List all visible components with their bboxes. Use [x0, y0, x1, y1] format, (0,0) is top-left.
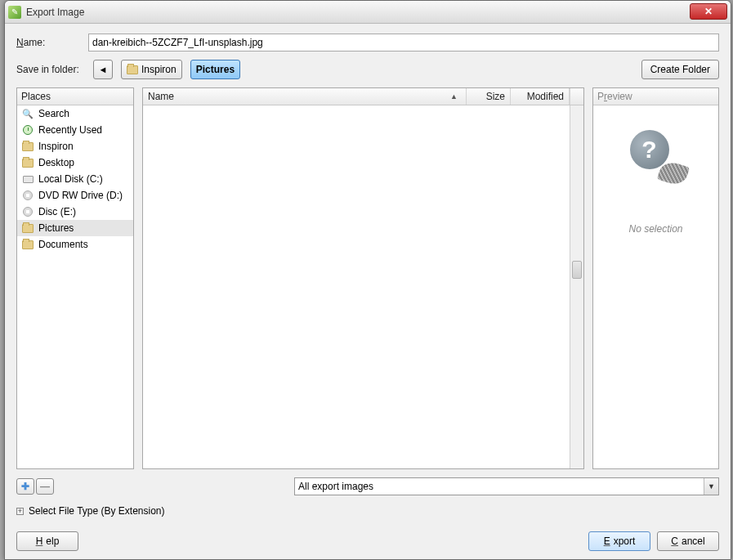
save-in-label: Save in folder:	[16, 64, 85, 75]
filename-input[interactable]	[88, 34, 719, 52]
place-desktop[interactable]: Desktop	[17, 155, 133, 171]
preview-header: Preview	[593, 88, 718, 105]
file-filter-dropdown[interactable]: All export images ▼	[294, 477, 719, 495]
client-area: Name: Save in folder: ◄ Inspiron Picture…	[5, 24, 731, 559]
breadcrumb-inspiron[interactable]: Inspiron	[121, 60, 182, 79]
file-type-label[interactable]: Select File Type (By Extension)	[29, 505, 165, 517]
disc-icon	[22, 207, 34, 217]
add-remove-bookmark: ✚ —	[16, 478, 54, 495]
sort-ascending-icon: ▲	[450, 92, 458, 101]
places-list[interactable]: 🔍 Search Recently Used Inspiron Desktop	[17, 105, 133, 468]
breadcrumb-pictures[interactable]: Pictures	[190, 60, 240, 79]
close-button[interactable]: ✕	[690, 3, 727, 20]
create-folder-button[interactable]: Create Folder	[641, 60, 719, 79]
file-list-panel: Name ▲ Size Modified	[142, 87, 584, 469]
chevron-left-icon: ◄	[99, 65, 108, 74]
column-size[interactable]: Size	[467, 88, 511, 105]
question-mark-icon: ?	[630, 130, 669, 169]
place-disc-e[interactable]: Disc (E:)	[17, 204, 133, 220]
bottom-button-bar: Help Export Cancel	[16, 526, 719, 551]
breadcrumb-label: Pictures	[196, 64, 235, 75]
place-dvd-rw-drive-d[interactable]: DVD RW Drive (D:)	[17, 187, 133, 204]
disc-icon	[22, 190, 34, 200]
name-row: Name:	[16, 34, 719, 52]
save-in-row: Save in folder: ◄ Inspiron Pictures Crea…	[16, 60, 719, 79]
window-title: Export Image	[26, 7, 690, 18]
export-image-dialog: ✎ Export Image ✕ Name: Save in folder: ◄…	[4, 0, 731, 560]
clock-icon	[22, 125, 34, 135]
folder-icon	[22, 240, 34, 249]
file-list-body[interactable]	[143, 105, 583, 468]
place-search[interactable]: 🔍 Search	[17, 105, 133, 122]
app-icon: ✎	[8, 6, 21, 19]
chevron-down-icon: ▼	[704, 478, 718, 495]
add-bookmark-button[interactable]: ✚	[16, 478, 34, 495]
column-modified[interactable]: Modified	[511, 88, 570, 105]
preview-body: ? No selection	[593, 105, 718, 468]
folder-icon	[127, 65, 138, 74]
main-panels: Places 🔍 Search Recently Used Inspiron	[16, 87, 719, 469]
plus-icon: ✚	[21, 481, 29, 492]
remove-bookmark-button[interactable]: —	[36, 478, 54, 495]
filter-selected-text: All export images	[298, 481, 373, 492]
no-selection-text: No selection	[628, 223, 682, 235]
folder-icon	[22, 159, 34, 168]
scrollbar-thumb[interactable]	[572, 261, 582, 279]
filter-row: All export images ▼	[294, 477, 719, 495]
places-panel: Places 🔍 Search Recently Used Inspiron	[16, 87, 134, 469]
place-local-disk-c[interactable]: Local Disk (C:)	[17, 171, 133, 187]
scroll-header-spacer	[570, 88, 583, 105]
search-icon: 🔍	[22, 109, 34, 119]
place-pictures[interactable]: Pictures	[17, 220, 133, 236]
column-name[interactable]: Name ▲	[143, 88, 467, 105]
vertical-scrollbar[interactable]	[570, 105, 583, 468]
breadcrumb-label: Inspiron	[141, 64, 177, 75]
folder-icon	[22, 224, 34, 233]
help-button[interactable]: Help	[16, 531, 78, 551]
place-recently-used[interactable]: Recently Used	[17, 122, 133, 138]
expand-file-type-button[interactable]: +	[16, 508, 24, 515]
export-button[interactable]: Export	[588, 531, 650, 551]
file-type-row: + Select File Type (By Extension)	[16, 504, 719, 518]
name-label: Name:	[16, 37, 80, 48]
place-inspiron[interactable]: Inspiron	[17, 138, 133, 155]
file-list-header: Name ▲ Size Modified	[143, 88, 583, 105]
minus-icon: —	[40, 481, 50, 492]
below-panels-row: ✚ — All export images ▼	[16, 477, 719, 495]
drive-icon	[22, 176, 34, 183]
cancel-button[interactable]: Cancel	[657, 531, 719, 551]
preview-panel: Preview ? No selection	[592, 87, 719, 469]
unknown-file-icon: ?	[630, 130, 682, 182]
folder-back-button[interactable]: ◄	[93, 60, 113, 79]
folder-icon	[22, 142, 34, 151]
place-documents[interactable]: Documents	[17, 236, 133, 253]
places-header: Places	[17, 88, 133, 105]
titlebar: ✎ Export Image ✕	[5, 1, 731, 24]
